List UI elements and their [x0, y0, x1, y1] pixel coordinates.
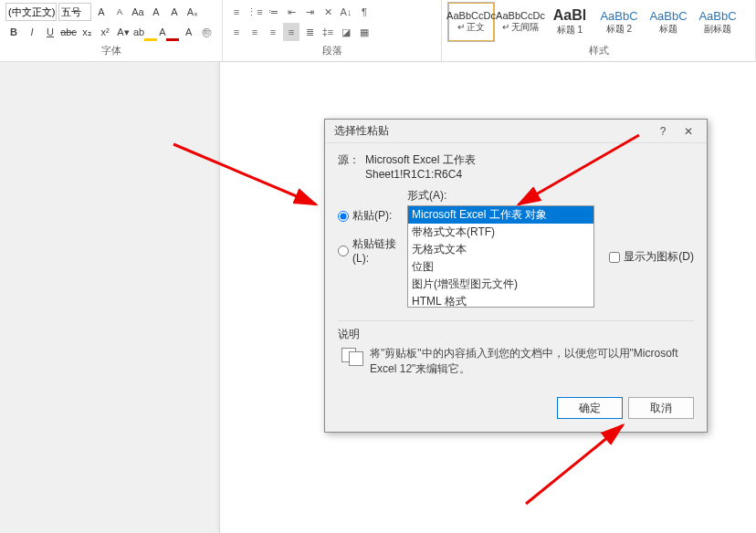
ribbon: (中文正文) 五号 A A Aa A A Aₓ B I U abc x₂ x² …	[0, 0, 756, 62]
highlight-button[interactable]: ab	[133, 23, 157, 41]
shading-button[interactable]: ◪	[338, 23, 354, 41]
format-list-item[interactable]: 带格式文本(RTF)	[408, 224, 593, 241]
radio-paste[interactable]: 粘贴(P):	[338, 208, 400, 224]
clear-format-button[interactable]: Aₓ	[184, 3, 201, 21]
display-as-icon-checkbox[interactable]	[609, 252, 620, 263]
style-item[interactable]: AaBbCcDc↵ 无间隔	[497, 2, 544, 42]
format-list-item[interactable]: HTML 格式	[408, 293, 593, 308]
format-listbox[interactable]: Microsoft Excel 工作表 对象带格式文本(RTF)无格式文本位图图…	[407, 205, 594, 308]
phonetic-button[interactable]: Aa	[130, 3, 146, 21]
bullets-button[interactable]: ≡	[228, 3, 245, 21]
dialog-title: 选择性粘贴	[334, 123, 650, 139]
radio-paste-link-input[interactable]	[338, 246, 349, 256]
radio-paste-link-label: 粘贴链接(L):	[352, 236, 400, 265]
font-color-button[interactable]: A	[159, 23, 178, 41]
format-list-item[interactable]: 位图	[408, 258, 593, 276]
align-center-button[interactable]: ≡	[247, 23, 263, 41]
style-item[interactable]: AaBl标题 1	[546, 2, 593, 42]
group-label-font: 字体	[5, 42, 216, 61]
source-label: 源：	[338, 152, 360, 168]
subscript-button[interactable]: x₂	[79, 23, 95, 41]
source-app: Microsoft Excel 工作表	[365, 152, 476, 168]
borders-button[interactable]: ▦	[356, 23, 373, 41]
grow-font-button[interactable]: A	[93, 3, 110, 21]
style-item[interactable]: AaBbC副标题	[694, 2, 741, 42]
radio-paste-label: 粘贴(P):	[352, 208, 392, 224]
ok-button[interactable]: 确定	[557, 397, 623, 419]
show-marks-button[interactable]: ¶	[356, 3, 373, 21]
shrink-font-button[interactable]: A	[111, 3, 128, 21]
sort-button[interactable]: A↓	[338, 3, 354, 21]
dialog-titlebar: 选择性粘贴 ? ✕	[325, 120, 707, 143]
char-shading-button[interactable]: A	[181, 23, 197, 41]
text-direction-button[interactable]: ✕	[320, 3, 336, 21]
format-list-item[interactable]: 无格式文本	[408, 241, 593, 258]
enclose-char-button[interactable]: ㊞	[199, 23, 215, 41]
radio-paste-link[interactable]: 粘贴链接(L):	[338, 236, 400, 265]
align-right-button[interactable]: ≡	[265, 23, 281, 41]
justify-button[interactable]: ≡	[283, 23, 299, 41]
description-text: 将"剪贴板"中的内容插入到您的文档中，以便您可以用"Microsoft Exce…	[370, 346, 692, 377]
change-case-button[interactable]: A	[166, 3, 183, 21]
format-list-item[interactable]: 图片(增强型图元文件)	[408, 276, 593, 293]
close-button[interactable]: ✕	[676, 121, 701, 141]
font-size-selector[interactable]: 五号	[58, 3, 91, 21]
ribbon-group-font: (中文正文) 五号 A A Aa A A Aₓ B I U abc x₂ x² …	[0, 0, 223, 61]
style-item[interactable]: AaBbC标题 2	[595, 2, 643, 42]
style-item[interactable]: AaBbCcDc↵ 正文	[447, 2, 495, 42]
style-item[interactable]: AaBbC标题	[645, 2, 692, 42]
superscript-button[interactable]: x²	[97, 23, 113, 41]
source-reference: Sheet1!R1C1:R6C4	[365, 168, 462, 181]
align-left-button[interactable]: ≡	[228, 23, 245, 41]
ribbon-group-paragraph: ≡ ⋮≡ ≔ ⇤ ⇥ ✕ A↓ ¶ ≡ ≡ ≡ ≡ ≣ ‡≡ ◪ ▦ 段落	[223, 0, 442, 61]
cancel-button[interactable]: 取消	[628, 397, 694, 419]
format-label: 形式(A):	[407, 188, 602, 204]
description-label: 说明	[338, 327, 694, 342]
group-label-styles: 样式	[447, 42, 750, 61]
underline-button[interactable]: U	[42, 23, 58, 41]
distribute-button[interactable]: ≣	[301, 23, 318, 41]
group-label-paragraph: 段落	[228, 42, 436, 61]
embed-icon	[340, 346, 362, 364]
display-as-icon-label: 显示为图标(D)	[624, 249, 694, 265]
multilevel-button[interactable]: ≔	[265, 3, 281, 21]
strikethrough-button[interactable]: abc	[60, 23, 77, 41]
indent-increase-button[interactable]: ⇥	[301, 3, 318, 21]
italic-button[interactable]: I	[24, 23, 40, 41]
ribbon-group-styles: AaBbCcDc↵ 正文AaBbCcDc↵ 无间隔AaBl标题 1AaBbC标题…	[442, 0, 756, 61]
paste-special-dialog: 选择性粘贴 ? ✕ 源： Microsoft Excel 工作表 Sheet1!…	[324, 119, 708, 433]
line-spacing-button[interactable]: ‡≡	[320, 23, 336, 41]
indent-decrease-button[interactable]: ⇤	[283, 3, 299, 21]
radio-paste-input[interactable]	[338, 211, 349, 222]
char-border-button[interactable]: A	[148, 3, 164, 21]
style-gallery[interactable]: AaBbCcDc↵ 正文AaBbCcDc↵ 无间隔AaBl标题 1AaBbC标题…	[447, 2, 750, 42]
font-name-selector[interactable]: (中文正文)	[5, 3, 57, 21]
text-effects-button[interactable]: A▾	[115, 23, 131, 41]
format-list-item[interactable]: Microsoft Excel 工作表 对象	[408, 206, 593, 224]
bold-button[interactable]: B	[5, 23, 22, 41]
help-button[interactable]: ?	[650, 121, 676, 141]
numbering-button[interactable]: ⋮≡	[247, 3, 263, 21]
